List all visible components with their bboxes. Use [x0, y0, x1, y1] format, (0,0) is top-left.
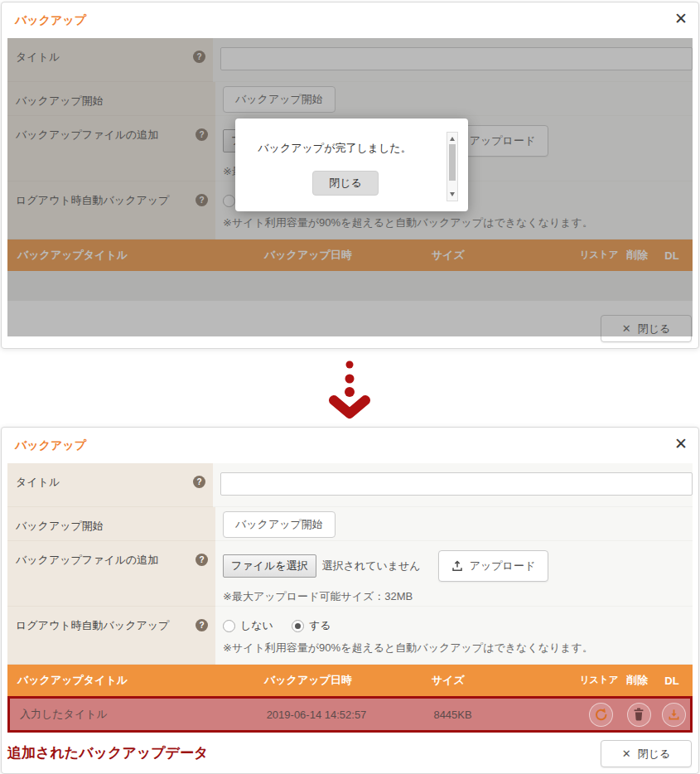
- radio-no-label: しない: [240, 618, 273, 633]
- modal-message: バックアップが完了しました。: [240, 141, 429, 156]
- close-icon[interactable]: ✕: [674, 11, 688, 27]
- dialog-title: バックアップ: [15, 438, 86, 453]
- backup-table-row-highlighted: 入力したタイトル 2019-06-14 14:52:57 8445KB: [7, 696, 693, 733]
- modal-scrollbar[interactable]: [447, 132, 458, 201]
- form-row-auto-backup: ログアウト時自動バックアップ ? しない する ※サイト利用容量が90%を超える…: [7, 607, 693, 665]
- dialog-title: バックアップ: [15, 13, 86, 28]
- restore-icon: [594, 708, 608, 722]
- row-backup-datetime: 2019-06-14 14:52:57: [257, 709, 424, 721]
- radio-yes-label: する: [309, 618, 331, 633]
- capacity-note: ※サイト利用容量が90%を超えると自動バックアップはできなくなります。: [223, 641, 693, 655]
- row-backup-title: 入力したタイトル: [10, 707, 257, 722]
- max-size-note: ※最大アップロード可能サイズ：32MB: [223, 589, 693, 604]
- title-label: タイトル: [16, 476, 193, 489]
- auto-backup-label: ログアウト時自動バックアップ: [16, 619, 196, 632]
- scroll-thumb[interactable]: [449, 144, 456, 181]
- modal-close-button[interactable]: 閉じる: [312, 171, 379, 196]
- title-input[interactable]: [220, 472, 693, 496]
- backup-dialog-before: バックアップ ✕ タイトル ? バックアップ開始 バックアップ開始 バックアップ…: [1, 2, 699, 349]
- form-row-file-add: バックアップファイルの追加 ? ファイルを選択 選択されていません アップロード…: [7, 541, 693, 607]
- scroll-down-icon[interactable]: [450, 192, 455, 196]
- restore-button[interactable]: [589, 703, 613, 727]
- download-icon: [668, 709, 680, 721]
- backup-dialog-after: バックアップ ✕ タイトル ? バックアップ開始 バックアップ開始 バックアップ…: [1, 427, 699, 774]
- backup-complete-modal: バックアップが完了しました。 閉じる: [235, 119, 468, 211]
- help-icon[interactable]: ?: [193, 476, 205, 488]
- down-arrow-icon: [328, 358, 371, 421]
- radio-no[interactable]: [223, 620, 235, 632]
- upload-button-label: アップロード: [470, 559, 536, 573]
- dialog-body: タイトル ? バックアップ開始 バックアップ開始 バックアップファイルの追加 ?…: [7, 463, 693, 733]
- backup-start-button[interactable]: バックアップ開始: [223, 511, 336, 538]
- dialog-close-button[interactable]: ✕ 閉じる: [601, 740, 692, 767]
- form-row-title: タイトル ?: [7, 463, 693, 507]
- backup-start-label: バックアップ開始: [16, 520, 208, 533]
- radio-yes[interactable]: [292, 620, 304, 632]
- file-add-label: バックアップファイルの追加: [16, 554, 196, 567]
- upload-icon: [451, 560, 463, 572]
- delete-button[interactable]: [627, 703, 651, 727]
- file-select-button[interactable]: ファイルを選択: [223, 554, 316, 578]
- close-button-label: 閉じる: [638, 747, 671, 762]
- row-backup-size: 8445KB: [423, 709, 581, 721]
- help-icon[interactable]: ?: [196, 554, 208, 566]
- upload-button[interactable]: アップロード: [438, 550, 549, 582]
- col-delete: 削除: [619, 673, 655, 688]
- file-status-text: 選択されていません: [322, 559, 421, 573]
- close-icon[interactable]: ✕: [674, 436, 688, 452]
- col-dl: DL: [655, 675, 688, 687]
- scroll-up-icon[interactable]: [450, 137, 455, 141]
- added-backup-data-caption: 追加されたバックアップデータ: [7, 743, 208, 762]
- col-size: サイズ: [422, 673, 579, 688]
- download-button[interactable]: [662, 703, 686, 727]
- form-row-backup-start: バックアップ開始 バックアップ開始: [7, 507, 693, 541]
- trash-icon: [633, 708, 644, 721]
- help-icon[interactable]: ?: [196, 619, 208, 631]
- col-restore: リストア: [579, 675, 619, 685]
- close-x-icon: ✕: [622, 747, 631, 760]
- col-backup-title: バックアップタイトル: [7, 673, 254, 688]
- backup-table-header: バックアップタイトル バックアップ日時 サイズ リストア 削除 DL: [7, 665, 693, 696]
- col-backup-datetime: バックアップ日時: [254, 673, 422, 688]
